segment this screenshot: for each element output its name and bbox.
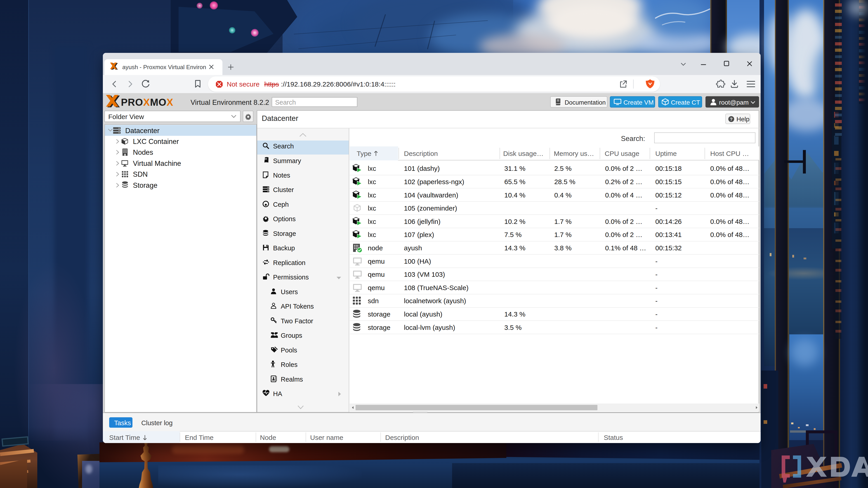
svg-text:?: ?	[730, 117, 733, 122]
